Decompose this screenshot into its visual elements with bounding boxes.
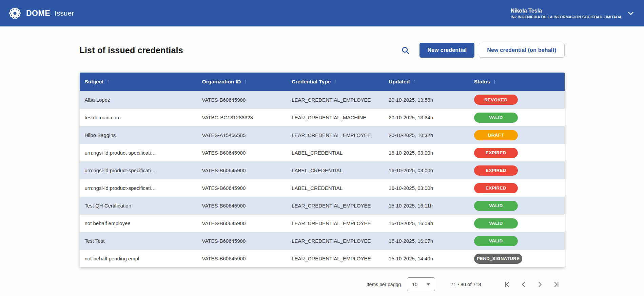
brand-name: DOME	[26, 9, 50, 18]
sort-arrow-up-icon: ↑	[493, 79, 496, 85]
new-credential-on-behalf-button[interactable]: New credential (on behalf)	[479, 43, 564, 58]
cell-updated: 15-10-2025, 16:11h	[384, 203, 469, 209]
table-header-row: Subject↑Organization ID↑Credential Type↑…	[80, 73, 565, 91]
cell-organization-id: VATBG-BG131283323	[197, 115, 287, 120]
status-badge: VALID	[474, 113, 518, 123]
cell-subject: Bilbo Baggins	[80, 132, 197, 138]
table-row[interactable]: not behalf employeeVATES-B60645900LEAR_C…	[80, 214, 565, 232]
cell-subject: Alba Lopez	[80, 97, 197, 103]
cell-organization-id: VATES-B60645900	[197, 203, 287, 209]
items-per-page-label: Items per paggg	[367, 282, 401, 287]
last-page-button[interactable]	[552, 281, 560, 288]
chevron-right-icon	[536, 281, 544, 288]
cell-credential-type: LEAR_CREDENTIAL_EMPLOYEE	[287, 238, 384, 244]
cell-status: VALID	[469, 113, 565, 123]
cell-credential-type: LEAR_CREDENTIAL_EMPLOYEE	[287, 97, 384, 103]
cell-credential-type: LEAR_CREDENTIAL_EMPLOYEE	[287, 220, 384, 226]
cell-updated: 15-10-2025, 16:07h	[384, 238, 469, 244]
user-menu[interactable]: Nikola Tesla IN2 INGENIERIA DE LA INFORM…	[511, 7, 635, 19]
status-badge: VALID	[474, 218, 518, 229]
cell-updated: 15-10-2025, 16:09h	[384, 220, 469, 226]
chevron-down-icon	[627, 9, 635, 17]
cell-subject: urn:ngsi-ld:product-specificati…	[80, 167, 197, 173]
table-row[interactable]: urn:ngsi-ld:product-specificati…VATES-B6…	[80, 144, 565, 161]
table-body: Alba LopezVATES-B60645900LEAR_CREDENTIAL…	[80, 91, 565, 267]
pagination-nav	[495, 281, 560, 288]
pagination-bar: Items per paggg 10 71 - 80 of 718	[80, 277, 565, 291]
cell-updated: 16-10-2025, 03:00h	[384, 150, 469, 156]
cell-credential-type: LEAR_CREDENTIAL_MACHINE	[287, 115, 384, 120]
cell-credential-type: LEAR_CREDENTIAL_EMPLOYEE	[287, 256, 384, 261]
table-row[interactable]: urn:ngsi-ld:product-specificati…VATES-B6…	[80, 179, 565, 197]
page-title: List of issued credentials	[80, 45, 183, 55]
status-badge: EXPIRED	[474, 183, 518, 193]
pagination-range: 71 - 80 of 718	[451, 282, 481, 287]
cell-status: VALID	[469, 201, 565, 211]
table-row[interactable]: not-behalf pending emplVATES-B60645900LE…	[80, 250, 565, 267]
cell-status: DRAFT	[469, 130, 565, 140]
cell-credential-type: LABEL_CREDENTIAL	[287, 167, 384, 173]
cell-subject: urn:ngsi-ld:product-specificati…	[80, 185, 197, 191]
search-button[interactable]	[401, 46, 410, 55]
cell-status: EXPIRED	[469, 148, 565, 158]
table-row[interactable]: Bilbo BagginsVATES-A15456585LEAR_CREDENT…	[80, 126, 565, 144]
table-row[interactable]: testdomain.comVATBG-BG131283323LEAR_CRED…	[80, 108, 565, 126]
column-header-organization-id[interactable]: Organization ID↑	[197, 79, 287, 85]
cell-organization-id: VATES-B60645900	[197, 167, 287, 173]
cell-subject: not behalf employee	[80, 220, 197, 226]
cell-updated: 16-10-2025, 03:00h	[384, 185, 469, 191]
status-badge: PEND_SIGNATURE	[474, 254, 522, 264]
status-badge: EXPIRED	[474, 165, 518, 176]
table-row[interactable]: Test TestVATES-B60645900LEAR_CREDENTIAL_…	[80, 232, 565, 250]
status-badge: VALID	[474, 236, 518, 246]
cell-organization-id: VATES-B60645900	[197, 97, 287, 103]
sort-arrow-up-icon: ↑	[413, 79, 415, 85]
sort-arrow-up-icon: ↑	[106, 79, 109, 85]
table-row[interactable]: Alba LopezVATES-B60645900LEAR_CREDENTIAL…	[80, 91, 565, 108]
chevron-bar-left-icon	[504, 281, 511, 288]
previous-page-button[interactable]	[520, 281, 527, 288]
cell-organization-id: VATES-B60645900	[197, 220, 287, 226]
cell-status: EXPIRED	[469, 165, 565, 176]
user-name: Nikola Tesla	[511, 7, 622, 14]
cell-updated: 20-10-2025, 10:32h	[384, 132, 469, 138]
page-size-value: 10	[412, 282, 417, 287]
cell-credential-type: LABEL_CREDENTIAL	[287, 150, 384, 156]
cell-subject: not-behalf pending empl	[80, 256, 197, 261]
cell-organization-id: VATES-B60645900	[197, 256, 287, 261]
title-row: List of issued credentials New credentia…	[80, 43, 565, 58]
chevron-bar-right-icon	[552, 281, 560, 288]
column-header-subject[interactable]: Subject↑	[80, 79, 197, 85]
cell-organization-id: VATES-B60645900	[197, 185, 287, 191]
cell-organization-id: VATES-B60645900	[197, 150, 287, 156]
new-credential-button[interactable]: New credential	[419, 43, 474, 58]
table-row[interactable]: urn:ngsi-ld:product-specificati…VATES-B6…	[80, 161, 565, 179]
top-bar: DOME Issuer Nikola Tesla IN2 INGENIERIA …	[0, 0, 644, 26]
search-icon	[401, 46, 410, 55]
cell-credential-type: LEAR_CREDENTIAL_EMPLOYEE	[287, 203, 384, 209]
column-header-credential-type[interactable]: Credential Type↑	[287, 79, 384, 85]
caret-down-icon	[427, 283, 430, 285]
status-badge: DRAFT	[474, 130, 518, 140]
status-badge: EXPIRED	[474, 148, 518, 158]
next-page-button[interactable]	[536, 281, 544, 288]
cell-status: VALID	[469, 236, 565, 246]
cell-subject: testdomain.com	[80, 115, 197, 120]
sort-arrow-up-icon: ↑	[334, 79, 336, 85]
first-page-button[interactable]	[504, 281, 511, 288]
status-badge: VALID	[474, 201, 518, 211]
cell-organization-id: VATES-B60645900	[197, 238, 287, 244]
main-content: List of issued credentials New credentia…	[80, 43, 565, 291]
column-header-updated[interactable]: Updated↑	[384, 79, 469, 85]
column-header-status[interactable]: Status↑	[469, 79, 565, 85]
status-badge: REVOKED	[474, 95, 518, 105]
table-row[interactable]: Test QH CertificationVATES-B60645900LEAR…	[80, 197, 565, 214]
cell-credential-type: LEAR_CREDENTIAL_EMPLOYEE	[287, 132, 384, 138]
sort-arrow-up-icon: ↑	[244, 79, 247, 85]
cell-updated: 20-10-2025, 13:56h	[384, 97, 469, 103]
cell-updated: 20-10-2025, 13:34h	[384, 115, 469, 120]
page-size-select[interactable]: 10	[407, 277, 435, 291]
cell-subject: Test Test	[80, 238, 197, 244]
cell-organization-id: VATES-A15456585	[197, 132, 287, 138]
brand-logo-link[interactable]: DOME Issuer	[7, 6, 74, 21]
